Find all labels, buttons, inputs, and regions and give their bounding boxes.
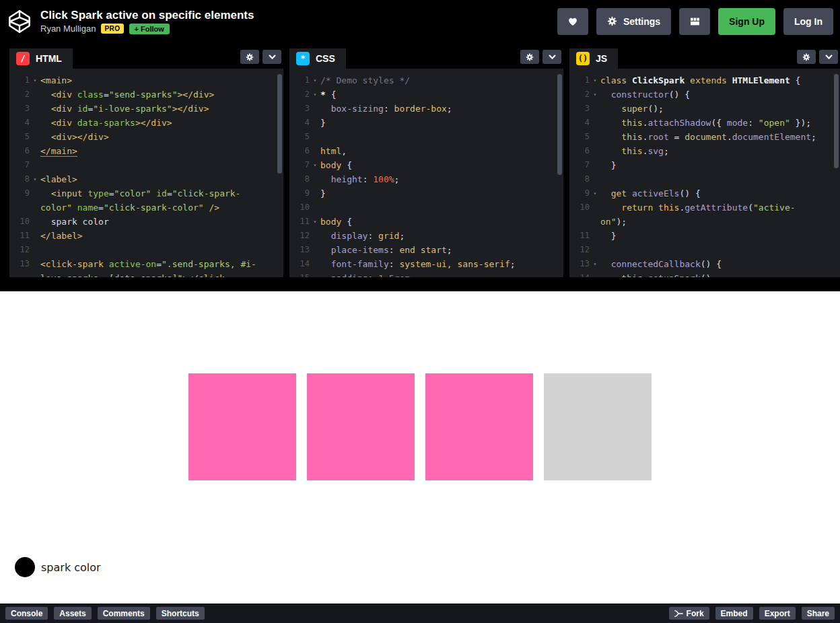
follow-button[interactable]: + Follow xyxy=(129,24,170,34)
css-panel-collapse-button[interactable] xyxy=(542,50,561,64)
code-row[interactable]: 12 display: grid; xyxy=(289,229,563,243)
code-row[interactable]: 9} xyxy=(289,186,563,200)
fold-arrow-icon[interactable]: ▾ xyxy=(310,215,320,229)
js-code-editor[interactable]: 1▾class ClickSpark extends HTMLElement {… xyxy=(569,69,840,277)
code-row[interactable]: 7▾body { xyxy=(289,158,563,172)
code-row[interactable]: 10 return this.getAttribute("active- xyxy=(569,200,840,215)
code-row[interactable]: 11▾body { xyxy=(289,215,563,229)
like-button[interactable] xyxy=(557,8,588,35)
pro-badge: PRO xyxy=(101,24,123,34)
code-row[interactable]: 1▾<main> xyxy=(9,73,283,87)
html-panel-collapse-button[interactable] xyxy=(262,50,281,64)
share-button[interactable]: Share xyxy=(802,607,835,620)
settings-button[interactable]: Settings xyxy=(596,8,671,35)
inactive-box[interactable] xyxy=(544,373,652,480)
shortcuts-button[interactable]: Shortcuts xyxy=(156,607,205,620)
fold-arrow-icon[interactable]: ▾ xyxy=(590,87,600,102)
tab-css[interactable]: * CSS xyxy=(289,48,346,69)
js-panel-settings-button[interactable] xyxy=(797,50,816,64)
chevron-down-icon xyxy=(549,54,556,60)
code-row[interactable]: 12 xyxy=(569,243,840,257)
author-name[interactable]: Ryan Mulligan xyxy=(40,24,96,34)
fold-arrow-icon[interactable]: ▾ xyxy=(310,158,320,172)
codepen-logo[interactable] xyxy=(7,9,32,34)
line-number: 5 xyxy=(289,130,310,144)
code-row[interactable]: 8 height: 100%; xyxy=(289,172,563,186)
code-row[interactable]: 4} xyxy=(289,116,563,130)
data-sparks-box[interactable] xyxy=(425,373,533,480)
html-panel-settings-button[interactable] xyxy=(240,50,259,64)
export-button[interactable]: Export xyxy=(759,607,796,620)
tab-html[interactable]: / HTML xyxy=(9,48,73,69)
fold-arrow-icon[interactable]: ▾ xyxy=(590,186,600,200)
code-row[interactable]: 6html, xyxy=(289,144,563,158)
spark-color-widget[interactable]: spark color xyxy=(15,557,101,577)
code-row[interactable]: 4 this.attachShadow({ mode: "open" }); xyxy=(569,116,840,130)
code-row[interactable]: 12 xyxy=(9,243,283,257)
fold-arrow-icon[interactable]: ▾ xyxy=(590,73,600,87)
fork-button[interactable]: Fork xyxy=(669,607,709,620)
code-row[interactable]: 5 this.root = document.documentElement; xyxy=(569,130,840,144)
scrollbar-thumb[interactable] xyxy=(834,74,839,168)
code-row[interactable]: 1▾class ClickSpark extends HTMLElement { xyxy=(569,73,840,87)
embed-button[interactable]: Embed xyxy=(715,607,753,620)
signup-button[interactable]: Sign Up xyxy=(718,8,775,35)
code-row[interactable]: love-sparks, [data-sparks]"></click- xyxy=(9,271,283,277)
color-input-swatch[interactable] xyxy=(15,557,35,577)
css-panel-settings-button[interactable] xyxy=(520,50,539,64)
i-love-sparks-box[interactable] xyxy=(307,373,415,480)
fold-gutter xyxy=(310,243,320,257)
code-row[interactable]: 8▾<label> xyxy=(9,172,283,186)
code-row[interactable]: 13 place-items: end start; xyxy=(289,243,563,257)
console-button[interactable]: Console xyxy=(5,607,48,620)
code-row[interactable]: 10 xyxy=(289,200,563,215)
scrollbar-thumb[interactable] xyxy=(277,74,282,174)
fold-arrow-icon[interactable]: ▾ xyxy=(310,87,320,102)
html-code-editor[interactable]: 1▾<main>2 <div class="send-sparks"></div… xyxy=(9,69,283,277)
fold-arrow-icon[interactable]: ▾ xyxy=(310,73,320,87)
code-row[interactable]: color" name="click-spark-color" /> xyxy=(9,200,283,215)
fold-arrow-icon[interactable]: ▾ xyxy=(30,172,40,186)
code-row[interactable]: 3 super(); xyxy=(569,102,840,116)
comments-button[interactable]: Comments xyxy=(98,607,150,620)
code-row[interactable]: 10 spark color xyxy=(9,215,283,229)
code-row[interactable]: 6 this.svg; xyxy=(569,144,840,158)
fold-arrow-icon[interactable]: ▾ xyxy=(590,257,600,271)
code-row[interactable]: 9 <input type="color" id="click-spark- xyxy=(9,186,283,200)
code-text: <main> xyxy=(40,73,72,87)
code-row[interactable]: 7 xyxy=(9,158,283,172)
code-row[interactable]: 11 } xyxy=(569,229,840,243)
line-number: 10 xyxy=(9,215,30,229)
code-row[interactable]: 5 <div></div> xyxy=(9,130,283,144)
code-row[interactable]: 5 xyxy=(289,130,563,144)
code-row[interactable]: 8 xyxy=(569,172,840,186)
code-row[interactable]: 15 padding: 1.5rem; xyxy=(289,271,563,277)
code-row[interactable]: 11</label> xyxy=(9,229,283,243)
code-row[interactable]: 9▾ get activeEls() { xyxy=(569,186,840,200)
fold-arrow-icon[interactable]: ▾ xyxy=(30,73,40,87)
code-row[interactable]: 2▾ constructor() { xyxy=(569,87,840,102)
editor-layout-button[interactable] xyxy=(679,8,710,35)
code-row[interactable]: 7 } xyxy=(569,158,840,172)
tab-js[interactable]: () JS xyxy=(569,48,618,69)
scrollbar-thumb[interactable] xyxy=(557,74,562,175)
code-row[interactable]: 14 this.setupSpark(); xyxy=(569,271,840,277)
code-row[interactable]: 4 <div data-sparks></div> xyxy=(9,116,283,130)
code-row[interactable]: 3 <div id="i-love-sparks"></div> xyxy=(9,102,283,116)
send-sparks-box[interactable] xyxy=(188,373,296,480)
assets-button[interactable]: Assets xyxy=(54,607,91,620)
code-row[interactable]: 13▾ connectedCallback() { xyxy=(569,257,840,271)
fold-gutter xyxy=(30,257,40,271)
js-panel-collapse-button[interactable] xyxy=(819,50,838,64)
code-row[interactable]: on"); xyxy=(569,215,840,229)
code-row[interactable]: 1▾/* Demo styles */ xyxy=(289,73,563,87)
code-row[interactable]: 13<click-spark active-on=".send-sparks, … xyxy=(9,257,283,271)
code-row[interactable]: 3 box-sizing: border-box; xyxy=(289,102,563,116)
code-row[interactable]: 2▾* { xyxy=(289,87,563,102)
css-code-editor[interactable]: 1▾/* Demo styles */2▾* {3 box-sizing: bo… xyxy=(289,69,563,277)
login-button[interactable]: Log In xyxy=(783,8,833,35)
code-row[interactable]: 14 font-family: system-ui, sans-serif; xyxy=(289,257,563,271)
code-row[interactable]: 6</main> xyxy=(9,144,283,158)
code-row[interactable]: 2 <div class="send-sparks"></div> xyxy=(9,87,283,102)
fold-gutter xyxy=(310,200,320,215)
